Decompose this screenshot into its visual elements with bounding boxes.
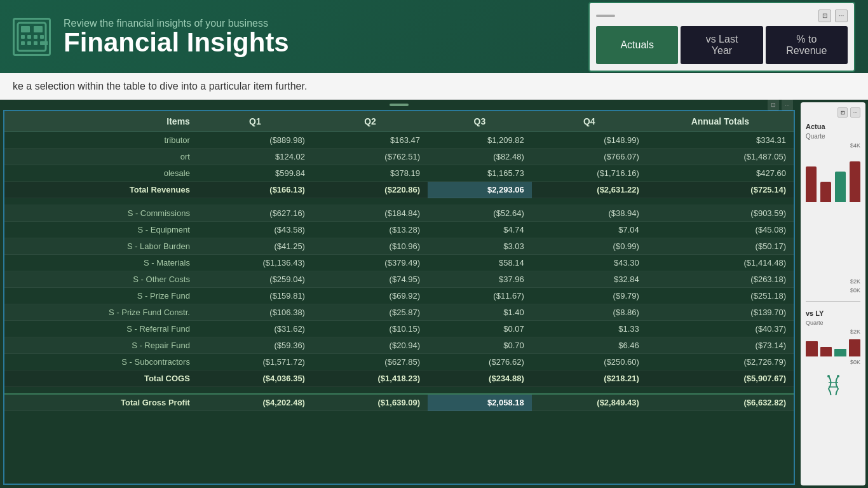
bar-q2 [820,182,831,202]
table-row[interactable] [4,198,794,205]
cell-q3: $4.74 [428,222,532,238]
vs-bar-chart [806,337,860,356]
table-expand-button[interactable]: ⊡ [768,99,779,111]
col-header-q1: Q1 [198,111,313,132]
cell-q1: ($31.62) [198,321,313,337]
cell-q4: $7.04 [532,222,647,238]
subtitle-bar: ke a selection within the table to dive … [0,73,868,100]
financial-table: Items Q1 Q2 Q3 Q4 Annual Totals tributor… [4,111,794,411]
table-row[interactable]: Total Revenues($166.13)($220.86)$2,293.0… [4,182,794,198]
table-row[interactable]: ort$124.02($762.51)($82.48)($766.07)($1,… [4,149,794,165]
table-row[interactable]: S - Repair Fund($59.36)($20.94)$0.70$6.4… [4,337,794,354]
table-row[interactable]: S - Commissions($627.16)($184.84)($52.64… [4,205,794,222]
more-options-button[interactable]: ··· [835,10,848,22]
header-title: Financial Insights [64,29,289,56]
table-more-button[interactable]: ··· [782,99,793,111]
vs-chart-label: vs LY [806,309,860,317]
cell-q4: ($2,631.22) [532,182,647,198]
dna-icon [822,373,844,395]
cell-q2: ($184.84) [313,205,428,222]
table-row[interactable]: S - Other Costs($259.04)($74.95)$37.96$3… [4,271,794,288]
cell-q1: ($1,571.72) [198,354,313,370]
cell-q1: ($59.36) [198,337,313,354]
table-panel: ⊡ ··· Items Q1 Q2 Q3 Q4 Annual Totals [0,100,798,488]
cell-q1: ($627.16) [198,205,313,222]
cell-annual: $334.31 [647,132,794,149]
actuals-chart-label: Actua [806,123,860,130]
cell-q1: $124.02 [198,149,313,165]
cell-q2: ($10.15) [313,321,428,337]
table-row[interactable]: S - Referral Fund($31.62)($10.15)$0.07$1… [4,321,794,337]
vs-axis-2k: $2K [806,329,860,335]
vs-quarter-label: Quarte [806,320,860,326]
table-row[interactable]: S - Prize Fund Constr.($106.38)($25.87)$… [4,304,794,321]
actuals-bar-chart [806,151,860,276]
cell-item: Total Revenues [4,182,198,198]
svg-rect-10 [40,41,48,45]
table-row[interactable] [4,387,794,395]
chart-axis-4k: $4K [806,142,860,149]
cell-q3: $1,165.73 [428,165,532,182]
right-panel-expand[interactable]: ⊡ [837,107,848,118]
svg-rect-3 [21,35,25,39]
cell-q2: $163.47 [313,132,428,149]
col-header-annual: Annual Totals [647,111,794,132]
col-header-q3: Q3 [428,111,532,132]
cell-annual: ($2,726.79) [647,354,794,370]
cell-q2: ($762.51) [313,149,428,165]
vs-chart-section: vs LY Quarte $2K $0K [806,309,860,480]
cell-q4: ($0.99) [532,238,647,255]
cell-q3: $2,293.06 [428,182,532,198]
cell-annual: ($40.37) [647,321,794,337]
bar-q3 [835,172,846,202]
cell-q4: ($766.07) [532,149,647,165]
cell-q1: $599.84 [198,165,313,182]
cell-annual: ($45.08) [647,222,794,238]
tab-actuals[interactable]: Actuals [596,26,678,64]
right-panel-more[interactable]: ··· [850,107,860,118]
cell-q4: ($218.21) [532,370,647,387]
chart-axis-0k: $0K [806,287,860,294]
chart-axis-2k: $2K [806,278,860,285]
expand-button[interactable]: ⊡ [818,10,831,22]
cell-item: Total COGS [4,370,198,387]
cell-annual: ($1,487.05) [647,149,794,165]
cell-annual: ($725.14) [647,182,794,198]
cell-q2: ($10.96) [313,238,428,255]
table-row[interactable]: S - Equipment($43.58)($13.28)$4.74$7.04(… [4,222,794,238]
cell-q4: $6.46 [532,337,647,354]
svg-rect-5 [34,35,37,39]
table-row[interactable]: S - Labor Burden($41.25)($10.96)$3.03($0… [4,238,794,255]
cell-annual: ($903.59) [647,205,794,222]
vs-bar-q1 [806,341,818,356]
table-row[interactable]: S - Materials($1,136.43)($379.49)$58.14$… [4,255,794,271]
financial-calculator-logo [13,18,51,56]
financial-table-container: Items Q1 Q2 Q3 Q4 Annual Totals tributor… [3,110,795,485]
cell-q1: ($159.81) [198,288,313,304]
table-row[interactable]: olesale$599.84$378.19$1,165.73($1,716.16… [4,165,794,182]
cell-item: S - Subcontractors [4,354,198,370]
header-left: Review the financial insights of your bu… [13,18,289,56]
table-row[interactable]: S - Subcontractors($1,571.72)($627.85)($… [4,354,794,370]
table-row[interactable]: tributor($889.98)$163.47$1,209.82($148.9… [4,132,794,149]
table-row[interactable]: Total COGS($4,036.35)($1,418.23)($234.88… [4,370,794,387]
table-row[interactable]: S - Prize Fund($159.81)($69.92)($11.67)(… [4,288,794,304]
cell-q2: ($69.92) [313,288,428,304]
tab-pct-to-revenue[interactable]: % to Revenue [766,26,848,64]
cell-q3: $0.07 [428,321,532,337]
main-content: ⊡ ··· Items Q1 Q2 Q3 Q4 Annual Totals [0,100,868,488]
actuals-quarter-label: Quarte [806,133,860,140]
cell-q3: ($11.67) [428,288,532,304]
cell-q2: ($25.87) [313,304,428,321]
panel-drag-handle [596,15,615,17]
right-side-panel: ⊡ ··· Actua Quarte $4K $2K $0K [798,100,868,488]
cell-item: S - Prize Fund [4,288,198,304]
actuals-chart-section: Actua Quarte $4K $2K $0K [806,123,860,294]
table-row[interactable]: Total Gross Profit($4,202.48)($1,639.09)… [4,394,794,411]
cell-q1: ($4,036.35) [198,370,313,387]
cell-q3: $3.03 [428,238,532,255]
cell-annual: ($6,632.82) [647,394,794,411]
cell-item: olesale [4,165,198,182]
tab-vs-last-year[interactable]: vs Last Year [681,26,763,64]
cell-annual: ($1,414.48) [647,255,794,271]
